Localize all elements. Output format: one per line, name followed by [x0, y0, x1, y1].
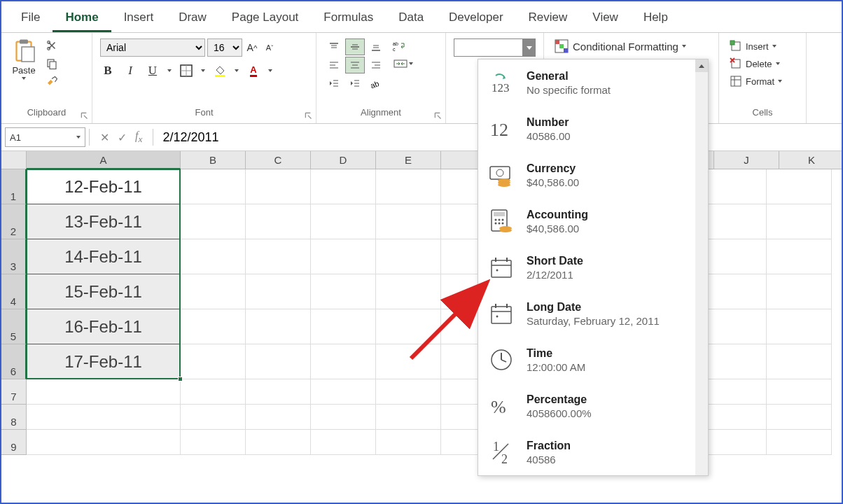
tab-insert[interactable]: Insert [111, 5, 167, 32]
align-right-button[interactable] [366, 57, 386, 74]
tab-file[interactable]: File [8, 5, 53, 32]
number-format-dropdown-button[interactable] [523, 38, 536, 57]
chevron-down-icon[interactable] [201, 69, 205, 72]
cell[interactable] [376, 204, 441, 239]
selection-handle[interactable] [178, 377, 183, 382]
cell-a8[interactable] [27, 405, 181, 430]
cell-a2[interactable]: 13-Feb-11 [27, 204, 181, 239]
col-header-j[interactable]: J [714, 151, 779, 169]
cell[interactable] [311, 309, 376, 344]
cell[interactable] [702, 309, 767, 344]
italic-button[interactable]: I [123, 63, 138, 78]
col-header-a[interactable]: A [27, 151, 181, 169]
align-bottom-button[interactable] [366, 38, 386, 55]
cell-a9[interactable] [27, 430, 181, 455]
align-center-button[interactable] [345, 57, 365, 74]
font-size-select[interactable]: 16 [207, 38, 242, 57]
format-option-longdate[interactable]: Long Date Saturday, February 12, 2011 [478, 290, 708, 337]
format-option-number[interactable]: 12 Number 40586.00 [478, 106, 708, 152]
chevron-down-icon[interactable] [235, 69, 239, 72]
merge-button[interactable] [389, 56, 417, 71]
cell[interactable] [246, 274, 311, 309]
format-option-time[interactable]: Time 12:00:00 AM [478, 337, 708, 383]
delete-cells-button[interactable]: Delete [727, 56, 798, 71]
cell[interactable] [311, 204, 376, 239]
chevron-down-icon[interactable] [268, 69, 272, 72]
number-format-select[interactable] [454, 38, 523, 57]
cell[interactable] [181, 239, 246, 274]
cell[interactable] [246, 204, 311, 239]
align-top-button[interactable] [324, 38, 344, 55]
cell[interactable] [702, 379, 767, 405]
cell[interactable] [767, 344, 832, 379]
cell[interactable] [311, 239, 376, 274]
scroll-up-button[interactable] [695, 59, 708, 72]
tab-page-layout[interactable]: Page Layout [219, 5, 311, 32]
name-box[interactable]: A1 [5, 127, 85, 147]
cell[interactable] [181, 379, 246, 405]
cell[interactable] [376, 274, 441, 309]
format-option-fraction[interactable]: 12 Fraction 40586 [478, 429, 708, 475]
copy-button[interactable] [44, 56, 60, 71]
cell[interactable] [767, 405, 832, 430]
chevron-down-icon[interactable] [167, 69, 172, 72]
cell[interactable] [246, 169, 311, 204]
increase-indent-button[interactable] [345, 75, 365, 92]
cell[interactable] [246, 430, 311, 455]
cell[interactable] [311, 169, 376, 204]
row-header-3[interactable]: 3 [1, 239, 27, 274]
cell[interactable] [702, 274, 767, 309]
borders-button[interactable] [179, 63, 194, 78]
cell[interactable] [702, 204, 767, 239]
conditional-formatting-button[interactable]: Conditional Formatting [550, 36, 713, 56]
tab-developer[interactable]: Developer [436, 5, 516, 32]
cell[interactable] [376, 309, 441, 344]
cell[interactable] [767, 309, 832, 344]
row-header-9[interactable]: 9 [1, 430, 27, 455]
cell[interactable] [311, 344, 376, 379]
cell[interactable] [181, 309, 246, 344]
col-header-k[interactable]: K [779, 151, 843, 169]
cell[interactable] [702, 239, 767, 274]
cell[interactable] [246, 309, 311, 344]
cell-a6[interactable]: 17-Feb-11 [27, 344, 181, 379]
tab-help[interactable]: Help [631, 5, 681, 32]
tab-formulas[interactable]: Formulas [311, 5, 386, 32]
font-color-button[interactable]: A [246, 63, 261, 78]
format-option-percentage[interactable]: % Percentage 4058600.00% [478, 383, 708, 429]
cell[interactable] [181, 430, 246, 455]
row-header-6[interactable]: 6 [1, 344, 27, 379]
cell[interactable] [767, 379, 832, 405]
cell[interactable] [702, 430, 767, 455]
row-header-7[interactable]: 7 [1, 379, 27, 405]
cell[interactable] [181, 405, 246, 430]
alignment-launcher[interactable] [433, 111, 443, 121]
paste-button[interactable]: Paste [7, 36, 41, 105]
cell[interactable] [702, 405, 767, 430]
cell[interactable] [767, 204, 832, 239]
cell[interactable] [767, 239, 832, 274]
cell[interactable] [702, 344, 767, 379]
row-header-8[interactable]: 8 [1, 405, 27, 430]
tab-view[interactable]: View [580, 5, 631, 32]
format-option-currency[interactable]: Currency $40,586.00 [478, 152, 708, 198]
cell[interactable] [767, 430, 832, 455]
cell[interactable] [376, 430, 441, 455]
cell-a4[interactable]: 15-Feb-11 [27, 274, 181, 309]
cell[interactable] [376, 239, 441, 274]
align-left-button[interactable] [324, 57, 344, 74]
tab-review[interactable]: Review [516, 5, 580, 32]
format-option-general[interactable]: 123 General No specific format [478, 59, 708, 106]
cell-a3[interactable]: 14-Feb-11 [27, 239, 181, 274]
cell[interactable] [246, 379, 311, 405]
col-header-d[interactable]: D [311, 151, 376, 169]
cell[interactable] [702, 169, 767, 204]
insert-cells-button[interactable]: Insert [727, 38, 798, 54]
fill-color-button[interactable] [212, 63, 228, 78]
cell-a7[interactable] [27, 379, 181, 405]
row-header-4[interactable]: 4 [1, 274, 27, 309]
col-header-c[interactable]: C [246, 151, 311, 169]
row-header-5[interactable]: 5 [1, 309, 27, 344]
clipboard-launcher[interactable] [80, 111, 90, 121]
decrease-indent-button[interactable] [324, 75, 344, 92]
